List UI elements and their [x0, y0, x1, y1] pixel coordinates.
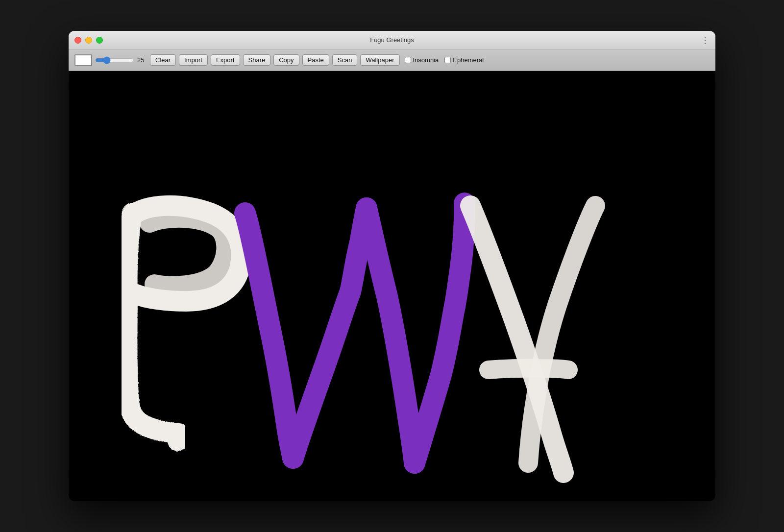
- insomnia-label[interactable]: Insomnia: [405, 56, 439, 64]
- ephemeral-checkbox[interactable]: [444, 57, 451, 63]
- app-window: Fugu Greetings ⋮ 25 Clear Import Export …: [69, 31, 715, 501]
- brush-size-value: 25: [137, 56, 147, 64]
- brush-size-slider[interactable]: [95, 56, 134, 64]
- paste-button[interactable]: Paste: [302, 54, 329, 66]
- share-button[interactable]: Share: [243, 54, 271, 66]
- import-button[interactable]: Import: [179, 54, 208, 66]
- wallpaper-button[interactable]: Wallpaper: [360, 54, 399, 66]
- traffic-lights: [74, 37, 103, 44]
- minimize-button[interactable]: [85, 37, 92, 44]
- color-swatch[interactable]: [74, 54, 92, 66]
- ephemeral-label[interactable]: Ephemeral: [444, 56, 484, 64]
- letter-p: [127, 206, 242, 441]
- window-title: Fugu Greetings: [370, 36, 414, 44]
- slider-container: 25: [95, 56, 147, 64]
- letter-a: [470, 206, 595, 473]
- checkbox-group: Insomnia Ephemeral: [405, 56, 484, 64]
- export-button[interactable]: Export: [211, 54, 240, 66]
- maximize-button[interactable]: [96, 37, 103, 44]
- scan-button[interactable]: Scan: [332, 54, 358, 66]
- close-button[interactable]: [74, 37, 81, 44]
- drawing-canvas[interactable]: [69, 71, 715, 501]
- clear-button[interactable]: Clear: [150, 54, 176, 66]
- copy-button[interactable]: Copy: [273, 54, 299, 66]
- menu-icon[interactable]: ⋮: [701, 35, 710, 46]
- canvas-area[interactable]: [69, 71, 715, 501]
- letter-w: [245, 203, 465, 463]
- title-bar: Fugu Greetings ⋮: [69, 31, 715, 49]
- toolbar: 25 Clear Import Export Share Copy Paste …: [69, 49, 715, 71]
- insomnia-checkbox[interactable]: [405, 57, 411, 63]
